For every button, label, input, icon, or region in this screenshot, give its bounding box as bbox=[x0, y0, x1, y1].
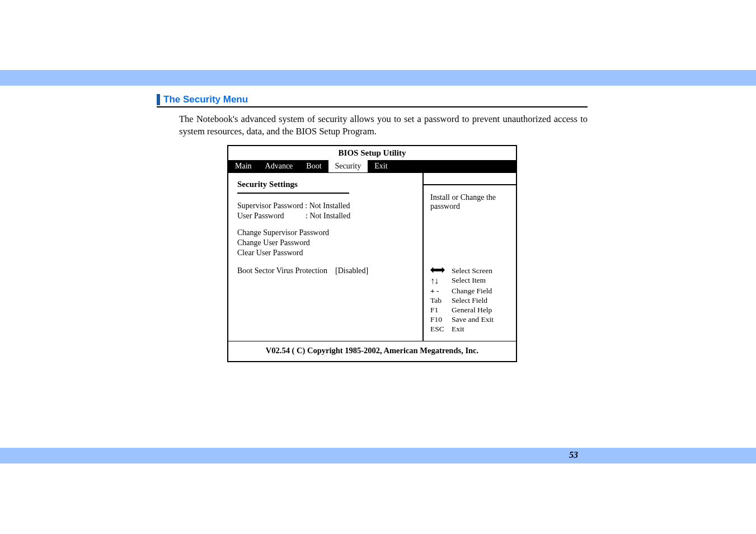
header-bar bbox=[0, 70, 756, 86]
help-exit: Exit bbox=[452, 325, 464, 334]
user-password-value: Not Installed bbox=[310, 212, 351, 220]
divider bbox=[237, 193, 349, 194]
page-content: The Security Menu The Notebook's advance… bbox=[157, 94, 588, 362]
help-select-screen: Select Screen bbox=[452, 266, 492, 275]
section-heading: The Security Menu bbox=[157, 94, 588, 107]
tab-boot: Boot bbox=[299, 160, 328, 172]
supervisor-password-value: Not Installed bbox=[309, 202, 350, 210]
bios-left-panel: Security Settings Supervisor Password : … bbox=[228, 173, 424, 341]
key-f10: F10 bbox=[430, 315, 452, 324]
user-password-label: User Password bbox=[237, 212, 284, 220]
right-divider bbox=[424, 184, 516, 185]
key-plus-minus: + - bbox=[430, 287, 452, 296]
help-change-field: Change Field bbox=[452, 287, 492, 296]
bios-footer: V02.54 ( C) Copyright 1985-2002, America… bbox=[228, 341, 516, 361]
bios-body: Security Settings Supervisor Password : … bbox=[228, 172, 516, 341]
change-supervisor-password: Change Supervisor Password bbox=[237, 228, 414, 237]
help-select-item: Select Item bbox=[452, 276, 486, 286]
key-f1: F1 bbox=[430, 306, 452, 315]
security-settings-heading: Security Settings bbox=[237, 180, 414, 189]
user-password-row: User Password : Not Installed bbox=[237, 212, 414, 221]
bios-setup-screenshot: BIOS Setup Utility Main Advance Boot Sec… bbox=[227, 145, 517, 362]
page-number: 53 bbox=[569, 450, 578, 460]
help-select-field: Select Field bbox=[452, 296, 487, 305]
boot-sector-row: Boot Sector Virus Protection [Disabled] bbox=[237, 266, 414, 275]
body-paragraph: The Notebook's advanced system of securi… bbox=[179, 113, 588, 138]
key-tab: Tab bbox=[430, 296, 452, 305]
key-esc: ESC bbox=[430, 325, 452, 334]
heading-text: The Security Menu bbox=[163, 94, 248, 105]
heading-accent-bar bbox=[157, 94, 160, 105]
help-general-help: General Help bbox=[452, 306, 492, 315]
help-save-exit: Save and Exit bbox=[452, 315, 494, 324]
footer-bar: 53 bbox=[0, 448, 756, 463]
tab-security: Security bbox=[328, 160, 368, 172]
change-user-password: Change User Password bbox=[237, 238, 414, 247]
arrows-left-right-icon: ⬅➡ bbox=[430, 264, 443, 275]
key-help-table: ⬅➡Select Screen ↑↓Select Item + -Change … bbox=[430, 266, 509, 334]
bios-title: BIOS Setup Utility bbox=[228, 146, 516, 160]
bios-right-panel: Install or Change the password ⬅➡Select … bbox=[424, 173, 516, 341]
tab-exit: Exit bbox=[368, 160, 394, 172]
bios-tab-bar: Main Advance Boot Security Exit bbox=[228, 160, 516, 172]
clear-user-password: Clear User Password bbox=[237, 249, 414, 257]
boot-sector-label: Boot Sector Virus Protection bbox=[237, 266, 327, 275]
supervisor-password-label: Supervisor Password bbox=[237, 202, 303, 210]
tab-advance: Advance bbox=[259, 160, 300, 172]
boot-sector-value: [Disabled] bbox=[335, 266, 368, 275]
help-text: Install or Change the password bbox=[430, 193, 509, 211]
supervisor-password-row: Supervisor Password : Not Installed bbox=[237, 202, 414, 210]
arrows-up-down-icon: ↑↓ bbox=[430, 276, 438, 285]
tab-main: Main bbox=[228, 160, 259, 172]
